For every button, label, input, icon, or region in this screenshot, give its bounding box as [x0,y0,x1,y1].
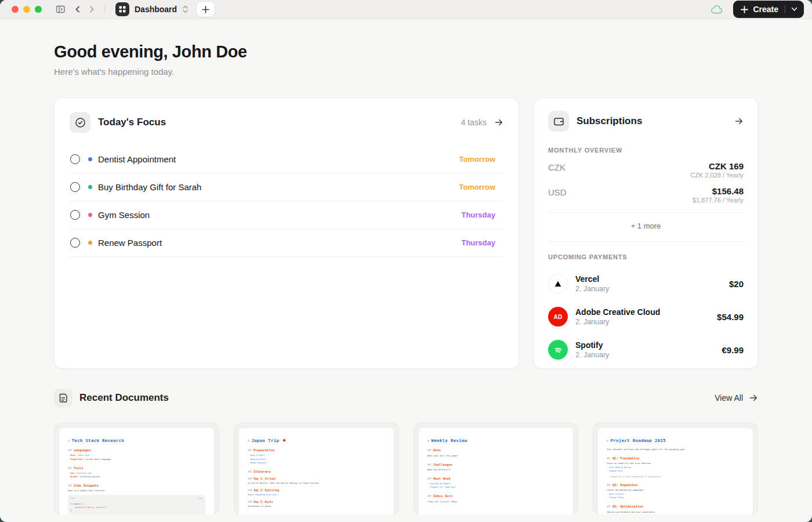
document-card[interactable]: # Project Roadmap 2025This document outl… [593,423,758,514]
task-checkbox-icon[interactable] [70,154,80,164]
doc-block-li: * TypeScript: Current main language. [68,458,205,461]
yearly-amount: $1,877.76 / Yearly [693,197,744,204]
task-color-dot [88,213,92,217]
doc-block-h2: ## Q1: Foundation [607,456,744,460]
payment-date: 2. January [575,351,609,359]
chevron-down-icon [791,7,798,12]
doc-block-h3: ### Day 3: Kyoto [248,501,385,503]
plus-icon [741,6,748,13]
tab-switcher-button[interactable] [182,5,188,13]
payment-row[interactable]: Spotify2. January€9.99 [548,340,744,360]
payment-name: Adobe Creative Cloud [575,307,660,317]
todays-focus-title: Today's Focus [98,117,166,128]
close-button[interactable] [12,6,19,13]
arrow-right-icon[interactable] [494,118,503,127]
task-checkbox-icon[interactable] [70,182,80,192]
yearly-amount: CZK 2,028 / Yearly [690,172,744,179]
japan-flag-icon [281,438,287,443]
doc-block-h2: ## Wins [427,448,565,452]
more-currencies-link[interactable]: + 1 more [548,222,744,230]
payment-name: Spotify [575,340,609,350]
doc-block-li: * Auth Module Review [607,466,744,469]
task-label: Buy Birthday Gift for Sarah [98,182,201,192]
payment-amount: $20 [729,279,744,289]
document-preview-page: # Japan Trip## Preparation* Book Flights… [239,428,394,514]
task-row[interactable]: Renew PassportThursday [70,229,503,257]
spotify-logo [548,340,568,360]
doc-block-li: * Docker: Containerization. [68,476,205,478]
circle-check-icon [75,117,86,128]
sidebar-toggle-icon [56,5,66,14]
doc-block-p: Clear out Personal tasks. [427,500,565,503]
task-label: Gym Session [98,210,150,220]
doc-block-h2: ## Code Snippets [68,484,205,488]
chevron-right-icon [88,5,96,13]
titlebar-divider [104,5,105,14]
doc-block-li: * Travel Plans [607,496,744,499]
doc-block-h2: ## Q2: Expansion [607,483,744,487]
doc-block-h2: ## Inbox Zero [427,494,565,498]
spotify-waves-icon [552,344,564,356]
document-card[interactable]: # Weekly Review## WinsWhat went well thi… [414,423,579,514]
create-button-divider [785,5,785,13]
document-card[interactable]: # Tech Stack Research## Languages* Rust:… [54,423,219,514]
forward-button[interactable] [85,2,99,16]
payment-row[interactable]: ADAdobe Creative Cloud2. January$54.99 [548,307,744,327]
doc-block-p: Focus on stability and core features. [607,462,744,465]
doc-block-li: * Prepare for Team Sync [427,486,565,489]
doc-block-li: * Vim: Practice Vim [68,472,205,474]
minimize-button[interactable] [23,6,30,13]
vercel-triangle-icon [553,280,563,288]
task-checkbox-icon[interactable] [70,210,80,220]
recent-documents-row: # Tech Stack Research## Languages* Rust:… [54,423,758,514]
greeting-subtitle: Here's what's happening today. [54,67,758,77]
doc-block-p: What was difficult? [427,468,565,471]
monthly-overview-rows: CZKCZK 169CZK 2,028 / YearlyUSD$156.48$1… [548,161,744,204]
vercel-logo [548,274,568,293]
doc-block-li: * Work Project [607,493,744,496]
sync-status-button[interactable] [711,5,723,14]
currency-label: CZK [548,161,566,172]
doc-block-p: What went well this week? [427,454,565,457]
doc-block-li: * Analyze Q4 Report [427,483,565,485]
doc-block-p: Visit Shopping Districts. [248,493,385,496]
task-row[interactable]: Buy Birthday Gift for SarahTomorrow [70,173,503,201]
task-row[interactable]: Gym SessionThursday [70,201,503,229]
doc-block-p: Launch new marketing campaigns. [607,488,744,491]
back-button[interactable] [71,2,85,16]
subscriptions-card: Subscriptions MONTHLY OVERVIEW CZKCZK 16… [534,97,758,369]
chevron-left-icon [74,5,82,13]
subscriptions-title: Subscriptions [577,115,642,127]
doc-block-li: * Renew Passport [248,462,385,465]
code-block: rustCopyfn main() { println!("Hello, wor… [68,495,205,514]
tab-dashboard[interactable]: Dashboard [115,2,188,16]
payment-name: Vercel [575,274,609,284]
payment-date: 2. January [575,285,609,293]
arrow-right-icon[interactable] [734,117,744,126]
payment-row[interactable]: Vercel2. January$20 [548,274,744,293]
copy-button: Copy [198,497,203,499]
create-dropdown-button[interactable] [790,7,799,12]
task-checkbox-icon[interactable] [70,238,80,248]
task-color-dot [88,157,92,161]
doc-block-li: * Reserve Hotel [248,458,385,461]
task-row[interactable]: Dentist AppointmentTomorrow [70,146,503,173]
titlebar: Dashboard Crea [0,0,812,19]
new-tab-button[interactable] [197,2,215,17]
document-card[interactable]: # Japan Trip## Preparation* Book Flights… [234,423,399,514]
doc-block-h2: ## Languages [68,448,205,452]
doc-block-p: Here is a simple Rust function: [68,490,205,492]
sidebar-toggle-button[interactable] [53,2,67,16]
doc-block-h3: ### Day 2: Exploring [248,489,385,492]
payments-list: Vercel2. January$20ADAdobe Creative Clou… [548,274,744,360]
payment-amount: €9.99 [722,345,744,355]
create-button[interactable]: Create [733,1,804,18]
doc-block-h1: # Weekly Review [427,438,565,443]
doc-block-h1: # Project Roadmap 2025 [607,438,744,443]
overview-row: CZKCZK 169CZK 2,028 / Yearly [548,161,744,179]
doc-block-p: Shinkansen to Kyoto. [248,505,385,507]
zoom-button[interactable] [35,6,42,13]
cloud-icon [711,5,723,14]
todays-focus-card: Today's Focus 4 tasks Dentist Appointmen… [54,97,519,369]
view-all-button[interactable]: View All [715,393,758,403]
